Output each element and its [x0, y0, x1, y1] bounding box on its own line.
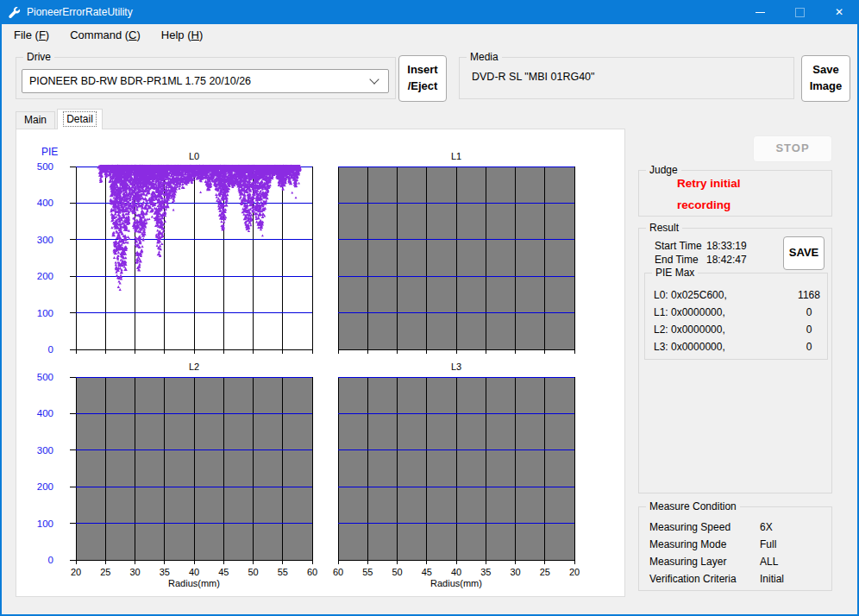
pie-max-l2-value: 0 [783, 324, 835, 336]
save-button[interactable]: SAVE [783, 236, 825, 270]
measuring-layer-value: ALL [760, 556, 778, 568]
media-group-label: Media [467, 51, 502, 64]
svg-text:500: 500 [37, 161, 53, 172]
measuring-mode-row: Measuring Mode Full [649, 538, 826, 551]
insert-eject-label-line2: /Eject [399, 79, 446, 95]
titlebar[interactable]: PioneerErrorRateUtility ✕ [0, 0, 859, 24]
pie-max-l0-value: 1168 [783, 289, 835, 301]
menu-help[interactable]: Help (H) [161, 28, 203, 41]
minimize-icon [756, 12, 765, 13]
insert-eject-button[interactable]: Insert /Eject [398, 55, 447, 102]
measure-condition-group: Measure Condition Measuring Speed 6X Mea… [638, 506, 832, 591]
pie-max-l3-value: 0 [783, 341, 835, 353]
pie-max-l0-label: L0: 0x025C600, [654, 289, 727, 301]
pie-max-l3-label: L3: 0x0000000, [654, 341, 725, 353]
judge-group: Judge Retry initial recording [638, 170, 832, 217]
pie-max-l1-label: L1: 0x0000000, [654, 306, 725, 318]
svg-text:45: 45 [218, 567, 229, 577]
tab-detail[interactable]: Detail [57, 109, 103, 129]
measuring-speed-value: 6X [760, 521, 773, 533]
svg-text:50: 50 [392, 567, 402, 577]
menubar: File (F) Command (C) Help (H) [0, 24, 859, 45]
svg-text:100: 100 [37, 308, 53, 318]
close-button[interactable]: ✕ [819, 0, 859, 24]
svg-text:35: 35 [160, 567, 170, 577]
drive-select[interactable]: PIONEER BD-RW BDR-PR1ML 1.75 20/10/26 [22, 69, 389, 93]
save-image-button[interactable]: Save Image [801, 55, 850, 102]
drive-group: Drive PIONEER BD-RW BDR-PR1ML 1.75 20/10… [16, 57, 396, 99]
insert-eject-label-line1: Insert [399, 62, 446, 79]
svg-text:Radius(mm): Radius(mm) [168, 578, 220, 588]
pie-max-row-l2: L2: 0x0000000, 0 [654, 324, 822, 336]
close-icon: ✕ [835, 7, 843, 17]
svg-text:55: 55 [278, 567, 288, 577]
window-controls: ✕ [740, 0, 859, 24]
measuring-speed-label: Measuring Speed [649, 521, 730, 533]
pie-max-group-label: PIE Max [652, 267, 698, 280]
svg-text:L3: L3 [451, 361, 461, 372]
stop-button[interactable]: STOP [753, 135, 832, 162]
window-title: PioneerErrorRateUtility [27, 6, 740, 18]
save-image-label-line2: Image [802, 79, 850, 95]
svg-text:50: 50 [248, 567, 258, 577]
judge-text-line2: recording [677, 198, 730, 211]
menu-file[interactable]: File (F) [14, 28, 49, 41]
maximize-icon [795, 8, 805, 17]
pie-max-row-l0: L0: 0x025C600, 1168 [654, 289, 822, 302]
maximize-button[interactable] [780, 0, 819, 24]
drive-group-label: Drive [23, 51, 54, 64]
save-image-label-line1: Save [802, 62, 850, 79]
svg-text:25: 25 [100, 567, 110, 577]
svg-text:60: 60 [333, 567, 343, 577]
pie-max-l1-value: 0 [783, 306, 835, 318]
svg-text:100: 100 [37, 519, 53, 529]
svg-text:400: 400 [37, 408, 53, 418]
svg-text:300: 300 [37, 445, 53, 456]
svg-text:60: 60 [307, 567, 317, 577]
tab-detail-label: Detail [64, 112, 96, 126]
media-group: Media DVD-R SL "MBI 01RG40" [459, 57, 794, 99]
judge-text-line1: Retry initial [677, 177, 741, 190]
svg-text:200: 200 [37, 481, 53, 492]
end-time-value: 18:42:47 [706, 254, 747, 266]
measuring-layer-row: Measuring Layer ALL [649, 556, 826, 569]
svg-text:55: 55 [362, 567, 373, 577]
result-group: Result Start Time 18:33:19 End Time 18:4… [638, 228, 832, 493]
svg-text:L0: L0 [189, 151, 199, 161]
start-time-value: 18:33:19 [706, 240, 747, 252]
measuring-layer-label: Measuring Layer [649, 556, 726, 568]
minimize-button[interactable] [740, 0, 780, 24]
tab-main[interactable]: Main [16, 111, 55, 129]
svg-text:L1: L1 [451, 151, 461, 161]
pie-max-group: PIE Max L0: 0x025C600, 1168 L1: 0x000000… [644, 273, 828, 360]
verification-criteria-row: Verification Criteria Initial [649, 573, 826, 586]
menu-command[interactable]: Command (C) [70, 28, 141, 41]
svg-text:45: 45 [422, 567, 432, 577]
svg-text:400: 400 [37, 198, 53, 208]
svg-text:0: 0 [48, 344, 53, 355]
app-window: PioneerErrorRateUtility ✕ File (F) Comma… [0, 0, 859, 616]
pie-max-row-l3: L3: 0x0000000, 0 [654, 341, 822, 354]
svg-text:PIE: PIE [41, 146, 58, 158]
svg-text:0: 0 [48, 555, 53, 565]
tab-main-label: Main [24, 114, 47, 126]
media-value: DVD-R SL "MBI 01RG40" [472, 71, 594, 83]
chevron-down-icon [369, 74, 379, 84]
svg-text:35: 35 [480, 567, 491, 577]
verification-criteria-value: Initial [760, 573, 784, 585]
result-group-label: Result [646, 222, 682, 235]
svg-text:500: 500 [37, 372, 53, 382]
detail-tab-panel: 0100200300400500L0L101002003004005002025… [16, 129, 625, 597]
svg-text:40: 40 [451, 567, 461, 577]
svg-text:25: 25 [540, 567, 550, 577]
svg-text:Radius(mm): Radius(mm) [430, 578, 482, 588]
measure-condition-group-label: Measure Condition [646, 500, 740, 513]
start-time-label: Start Time [655, 240, 702, 252]
measuring-speed-row: Measuring Speed 6X [649, 521, 826, 534]
svg-text:300: 300 [37, 235, 53, 245]
measuring-mode-label: Measuring Mode [649, 538, 726, 550]
end-time-label: End Time [655, 254, 699, 266]
pie-max-row-l1: L1: 0x0000000, 0 [654, 306, 822, 319]
window-border-left [0, 0, 2, 616]
svg-text:30: 30 [129, 567, 140, 577]
